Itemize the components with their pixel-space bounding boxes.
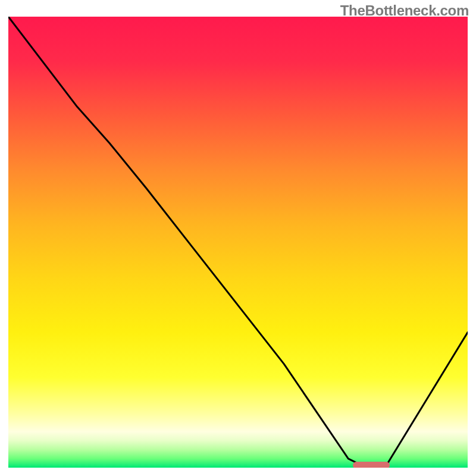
chart-frame: TheBottleneck.com (0, 0, 476, 476)
plot-area (8, 17, 468, 468)
bottleneck-curve (8, 17, 468, 468)
optimal-range-marker (353, 462, 390, 468)
